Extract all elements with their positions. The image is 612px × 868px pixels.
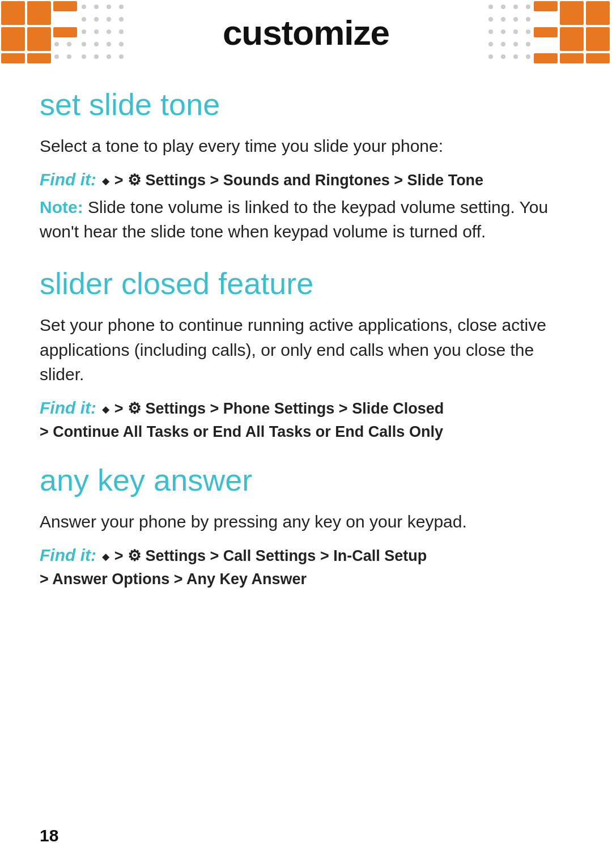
any-key-path: ⬥ > ⚙ Settings > Call Settings > In-Call… [101,547,427,564]
main-content: set slide tone Select a tone to play eve… [0,65,612,633]
svg-rect-53 [560,1,584,25]
svg-point-44 [488,42,493,46]
note-text-1: Slide tone volume is linked to the keypa… [40,198,548,241]
svg-rect-56 [586,27,610,51]
section-title-slider-closed: slider closed feature [40,267,572,300]
svg-rect-52 [534,1,558,11]
svg-rect-2 [1,27,25,51]
svg-point-26 [54,54,59,59]
find-it-label-3: Find it: [40,546,101,564]
svg-point-9 [94,5,99,9]
svg-point-25 [67,42,71,46]
svg-point-16 [82,29,86,34]
svg-point-8 [82,5,86,9]
svg-point-43 [526,29,530,34]
svg-point-47 [526,42,530,46]
svg-point-19 [119,29,124,34]
right-decoration [487,0,612,65]
svg-point-45 [501,42,505,46]
svg-point-35 [526,5,530,9]
svg-point-18 [107,29,111,34]
left-decoration [0,0,125,65]
find-it-label-1: Find it: [40,170,101,189]
svg-point-24 [54,42,59,46]
svg-point-14 [107,17,111,22]
svg-point-10 [107,5,111,9]
svg-point-51 [526,54,530,59]
any-key-continuation: > Answer Options > Any Key Answer [40,571,572,588]
svg-point-32 [488,5,493,9]
slide-tone-path: ⬥ > ⚙ Settings > Sounds and Ringtones > … [101,172,483,189]
svg-point-39 [526,17,530,22]
svg-rect-57 [560,53,584,63]
svg-point-23 [119,42,124,46]
svg-point-42 [513,29,518,34]
svg-point-33 [501,5,505,9]
svg-point-50 [513,54,518,59]
section-title-any-key: any key answer [40,463,572,497]
svg-rect-59 [534,27,558,37]
page-title: customize [223,12,389,53]
slide-tone-note: Note: Slide tone volume is linked to the… [40,195,572,244]
svg-point-17 [94,29,99,34]
any-key-find-it: Find it: ⬥ > ⚙ Settings > Call Settings … [40,546,572,565]
svg-point-15 [119,17,124,22]
svg-rect-6 [1,53,25,63]
svg-rect-58 [586,53,610,63]
svg-rect-60 [534,53,558,63]
svg-point-36 [488,17,493,22]
svg-point-37 [501,17,505,22]
slider-closed-path: ⬥ > ⚙ Settings > Phone Settings > Slide … [101,400,444,417]
svg-point-46 [513,42,518,46]
slider-closed-find-it: Find it: ⬥ > ⚙ Settings > Phone Settings… [40,398,572,418]
page-number: 18 [40,826,58,845]
slide-tone-find-it: Find it: ⬥ > ⚙ Settings > Sounds and Rin… [40,170,572,189]
svg-rect-55 [560,27,584,51]
svg-point-48 [488,54,493,59]
svg-rect-7 [27,53,51,63]
svg-point-22 [107,42,111,46]
svg-point-31 [119,54,124,59]
svg-point-21 [94,42,99,46]
svg-rect-4 [53,1,77,11]
svg-point-13 [94,17,99,22]
svg-point-20 [82,42,86,46]
svg-rect-0 [1,1,25,25]
slider-closed-body: Set your phone to continue running activ… [40,313,572,387]
svg-rect-1 [27,1,51,25]
svg-rect-3 [27,27,51,51]
page-header: customize [0,0,612,65]
svg-rect-54 [586,1,610,25]
note-label-1: Note: [40,198,88,216]
slide-tone-body: Select a tone to play every time you sli… [40,134,572,159]
svg-rect-5 [53,27,77,37]
section-title-slide-tone: set slide tone [40,88,572,121]
svg-point-11 [119,5,124,9]
svg-point-49 [501,54,505,59]
svg-point-27 [67,54,71,59]
svg-point-28 [82,54,86,59]
svg-point-12 [82,17,86,22]
svg-point-30 [107,54,111,59]
find-it-label-2: Find it: [40,398,101,417]
svg-point-29 [94,54,99,59]
any-key-body: Answer your phone by pressing any key on… [40,509,572,534]
svg-point-40 [488,29,493,34]
svg-point-38 [513,17,518,22]
svg-point-34 [513,5,518,9]
slider-closed-continuation: > Continue All Tasks or End All Tasks or… [40,423,572,441]
svg-point-41 [501,29,505,34]
